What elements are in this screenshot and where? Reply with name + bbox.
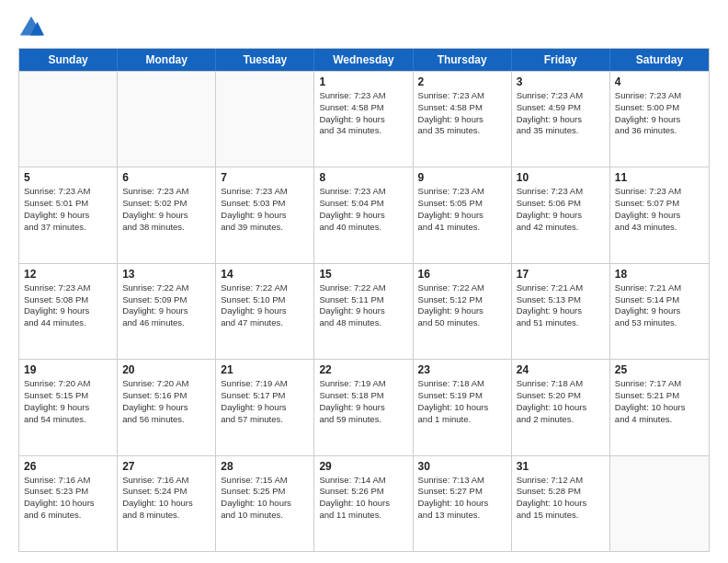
cell-text: Sunrise: 7:16 AMSunset: 5:24 PMDaylight:… bbox=[122, 475, 210, 522]
day-number: 7 bbox=[221, 171, 309, 184]
calendar-cell: 30Sunrise: 7:13 AMSunset: 5:27 PMDayligh… bbox=[414, 456, 512, 551]
cell-text: Sunrise: 7:20 AMSunset: 5:16 PMDaylight:… bbox=[122, 378, 210, 425]
calendar-cell: 3Sunrise: 7:23 AMSunset: 4:59 PMDaylight… bbox=[512, 72, 610, 167]
day-number: 10 bbox=[517, 171, 605, 184]
cell-text: Sunrise: 7:22 AMSunset: 5:09 PMDaylight:… bbox=[122, 282, 210, 329]
weekday-header: Thursday bbox=[414, 49, 512, 71]
calendar-cell: 4Sunrise: 7:23 AMSunset: 5:00 PMDaylight… bbox=[610, 72, 709, 167]
cell-text: Sunrise: 7:23 AMSunset: 5:03 PMDaylight:… bbox=[221, 186, 309, 233]
cell-text: Sunrise: 7:16 AMSunset: 5:23 PMDaylight:… bbox=[24, 475, 112, 522]
calendar-cell bbox=[216, 72, 314, 167]
calendar-header-row: SundayMondayTuesdayWednesdayThursdayFrid… bbox=[19, 49, 709, 71]
calendar-cell: 8Sunrise: 7:23 AMSunset: 5:04 PMDaylight… bbox=[314, 167, 413, 262]
calendar-cell: 27Sunrise: 7:16 AMSunset: 5:24 PMDayligh… bbox=[118, 456, 216, 551]
cell-text: Sunrise: 7:21 AMSunset: 5:13 PMDaylight:… bbox=[517, 282, 605, 329]
cell-text: Sunrise: 7:23 AMSunset: 4:58 PMDaylight:… bbox=[319, 90, 407, 137]
cell-text: Sunrise: 7:23 AMSunset: 5:02 PMDaylight:… bbox=[122, 186, 210, 233]
calendar-cell: 13Sunrise: 7:22 AMSunset: 5:09 PMDayligh… bbox=[118, 264, 216, 359]
day-number: 4 bbox=[615, 75, 704, 88]
cell-text: Sunrise: 7:23 AMSunset: 4:58 PMDaylight:… bbox=[418, 90, 506, 137]
calendar-cell: 7Sunrise: 7:23 AMSunset: 5:03 PMDaylight… bbox=[216, 167, 314, 262]
day-number: 16 bbox=[418, 268, 506, 281]
cell-text: Sunrise: 7:23 AMSunset: 5:07 PMDaylight:… bbox=[615, 186, 704, 233]
calendar-cell: 25Sunrise: 7:17 AMSunset: 5:21 PMDayligh… bbox=[610, 360, 709, 454]
day-number: 29 bbox=[319, 460, 407, 473]
day-number: 14 bbox=[221, 268, 309, 281]
calendar-cell: 11Sunrise: 7:23 AMSunset: 5:07 PMDayligh… bbox=[610, 167, 709, 262]
cell-text: Sunrise: 7:19 AMSunset: 5:18 PMDaylight:… bbox=[319, 378, 407, 425]
day-number: 23 bbox=[418, 363, 506, 376]
cell-text: Sunrise: 7:22 AMSunset: 5:12 PMDaylight:… bbox=[418, 282, 506, 329]
day-number: 31 bbox=[517, 460, 605, 473]
calendar-cell: 17Sunrise: 7:21 AMSunset: 5:13 PMDayligh… bbox=[512, 264, 610, 359]
logo bbox=[18, 15, 46, 40]
weekday-header: Tuesday bbox=[216, 49, 314, 71]
cell-text: Sunrise: 7:18 AMSunset: 5:20 PMDaylight:… bbox=[517, 378, 605, 425]
calendar-body: 1Sunrise: 7:23 AMSunset: 4:58 PMDaylight… bbox=[19, 71, 709, 551]
calendar-cell: 9Sunrise: 7:23 AMSunset: 5:05 PMDaylight… bbox=[414, 167, 512, 262]
day-number: 3 bbox=[517, 75, 605, 88]
calendar-cell: 5Sunrise: 7:23 AMSunset: 5:01 PMDaylight… bbox=[19, 167, 118, 262]
day-number: 8 bbox=[319, 171, 407, 184]
cell-text: Sunrise: 7:23 AMSunset: 5:06 PMDaylight:… bbox=[517, 186, 605, 233]
calendar-week: 26Sunrise: 7:16 AMSunset: 5:23 PMDayligh… bbox=[19, 455, 709, 551]
calendar-cell: 19Sunrise: 7:20 AMSunset: 5:15 PMDayligh… bbox=[19, 360, 118, 454]
calendar-cell: 29Sunrise: 7:14 AMSunset: 5:26 PMDayligh… bbox=[314, 456, 413, 551]
calendar-cell: 14Sunrise: 7:22 AMSunset: 5:10 PMDayligh… bbox=[216, 264, 314, 359]
calendar-cell: 16Sunrise: 7:22 AMSunset: 5:12 PMDayligh… bbox=[414, 264, 512, 359]
cell-text: Sunrise: 7:23 AMSunset: 5:00 PMDaylight:… bbox=[615, 90, 704, 137]
calendar-cell: 21Sunrise: 7:19 AMSunset: 5:17 PMDayligh… bbox=[216, 360, 314, 454]
calendar-week: 12Sunrise: 7:23 AMSunset: 5:08 PMDayligh… bbox=[19, 263, 709, 359]
day-number: 24 bbox=[517, 363, 605, 376]
calendar-cell: 20Sunrise: 7:20 AMSunset: 5:16 PMDayligh… bbox=[118, 360, 216, 454]
day-number: 22 bbox=[319, 363, 407, 376]
day-number: 2 bbox=[418, 75, 506, 88]
logo-icon bbox=[18, 15, 44, 40]
day-number: 28 bbox=[221, 460, 309, 473]
weekday-header: Saturday bbox=[610, 49, 709, 71]
cell-text: Sunrise: 7:23 AMSunset: 5:05 PMDaylight:… bbox=[418, 186, 506, 233]
calendar-cell: 22Sunrise: 7:19 AMSunset: 5:18 PMDayligh… bbox=[314, 360, 413, 454]
day-number: 17 bbox=[517, 268, 605, 281]
cell-text: Sunrise: 7:23 AMSunset: 5:08 PMDaylight:… bbox=[24, 282, 112, 329]
day-number: 26 bbox=[24, 460, 112, 473]
calendar-cell: 24Sunrise: 7:18 AMSunset: 5:20 PMDayligh… bbox=[512, 360, 610, 454]
calendar-cell: 1Sunrise: 7:23 AMSunset: 4:58 PMDaylight… bbox=[314, 72, 413, 167]
cell-text: Sunrise: 7:23 AMSunset: 5:01 PMDaylight:… bbox=[24, 186, 112, 233]
day-number: 13 bbox=[122, 268, 210, 281]
day-number: 1 bbox=[319, 75, 407, 88]
cell-text: Sunrise: 7:15 AMSunset: 5:25 PMDaylight:… bbox=[221, 475, 309, 522]
calendar-cell: 12Sunrise: 7:23 AMSunset: 5:08 PMDayligh… bbox=[19, 264, 118, 359]
calendar-cell: 6Sunrise: 7:23 AMSunset: 5:02 PMDaylight… bbox=[118, 167, 216, 262]
cell-text: Sunrise: 7:14 AMSunset: 5:26 PMDaylight:… bbox=[319, 475, 407, 522]
calendar-week: 19Sunrise: 7:20 AMSunset: 5:15 PMDayligh… bbox=[19, 359, 709, 454]
calendar-cell: 26Sunrise: 7:16 AMSunset: 5:23 PMDayligh… bbox=[19, 456, 118, 551]
calendar-cell: 2Sunrise: 7:23 AMSunset: 4:58 PMDaylight… bbox=[414, 72, 512, 167]
calendar-cell: 31Sunrise: 7:12 AMSunset: 5:28 PMDayligh… bbox=[512, 456, 610, 551]
day-number: 5 bbox=[24, 171, 112, 184]
cell-text: Sunrise: 7:12 AMSunset: 5:28 PMDaylight:… bbox=[517, 475, 605, 522]
day-number: 11 bbox=[615, 171, 704, 184]
day-number: 21 bbox=[221, 363, 309, 376]
calendar-cell: 23Sunrise: 7:18 AMSunset: 5:19 PMDayligh… bbox=[414, 360, 512, 454]
weekday-header: Wednesday bbox=[314, 49, 413, 71]
cell-text: Sunrise: 7:19 AMSunset: 5:17 PMDaylight:… bbox=[221, 378, 309, 425]
calendar-week: 1Sunrise: 7:23 AMSunset: 4:58 PMDaylight… bbox=[19, 71, 709, 167]
calendar-page: SundayMondayTuesdayWednesdayThursdayFrid… bbox=[0, 0, 728, 563]
calendar-cell: 15Sunrise: 7:22 AMSunset: 5:11 PMDayligh… bbox=[314, 264, 413, 359]
day-number: 25 bbox=[615, 363, 704, 376]
day-number: 15 bbox=[319, 268, 407, 281]
calendar-week: 5Sunrise: 7:23 AMSunset: 5:01 PMDaylight… bbox=[19, 167, 709, 262]
day-number: 9 bbox=[418, 171, 506, 184]
calendar-cell: 28Sunrise: 7:15 AMSunset: 5:25 PMDayligh… bbox=[216, 456, 314, 551]
cell-text: Sunrise: 7:18 AMSunset: 5:19 PMDaylight:… bbox=[418, 378, 506, 425]
day-number: 19 bbox=[24, 363, 112, 376]
calendar-cell: 18Sunrise: 7:21 AMSunset: 5:14 PMDayligh… bbox=[610, 264, 709, 359]
cell-text: Sunrise: 7:22 AMSunset: 5:11 PMDaylight:… bbox=[319, 282, 407, 329]
weekday-header: Monday bbox=[118, 49, 216, 71]
day-number: 20 bbox=[122, 363, 210, 376]
day-number: 12 bbox=[24, 268, 112, 281]
calendar-cell bbox=[19, 72, 118, 167]
cell-text: Sunrise: 7:13 AMSunset: 5:27 PMDaylight:… bbox=[418, 475, 506, 522]
day-number: 18 bbox=[615, 268, 704, 281]
